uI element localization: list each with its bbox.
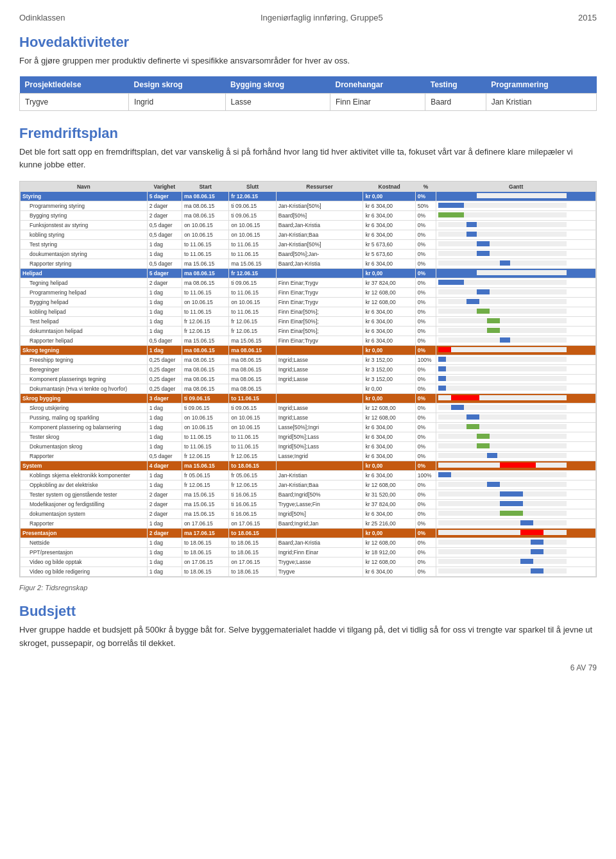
gantt-task-end: on 10.06.15 <box>229 413 276 423</box>
gantt-group-res <box>276 461 363 471</box>
gantt-group-row: Presentasjon 2 dager ma 17.06.15 to 18.0… <box>21 529 596 538</box>
gantt-task-name: Pussing, maling og sparkling <box>21 413 148 423</box>
gantt-group-bar <box>436 529 596 538</box>
gantt-task-end: to 18.06.15 <box>229 538 276 548</box>
gantt-task-res: Finn Einar[50%]; <box>276 327 363 336</box>
gantt-task-row: doukumentasjon styring 1 dag to 11.06.15… <box>21 250 596 259</box>
gantt-task-pct: 100% <box>415 471 436 481</box>
gantt-col-start: Start <box>182 182 228 192</box>
gantt-task-bar <box>436 442 596 452</box>
gantt-task-dur: 0,5 dager <box>147 336 182 346</box>
gantt-task-dur: 1 dag <box>147 442 182 452</box>
gantt-col-res: Ressurser <box>276 182 363 192</box>
gantt-task-cost: kr 18 912,00 <box>363 548 415 557</box>
gantt-task-pct: 0% <box>415 509 436 519</box>
gantt-task-name: Beregninger <box>21 365 148 375</box>
gantt-task-cost: kr 6 304,00 <box>363 317 415 327</box>
gantt-task-cost: kr 6 304,00 <box>363 509 415 519</box>
gantt-task-end: to 11.06.15 <box>229 240 276 250</box>
gantt-task-dur: 1 dag <box>147 307 182 317</box>
gantt-task-bar <box>436 500 596 509</box>
gantt-task-start: to 18.06.15 <box>182 548 228 557</box>
gantt-task-pct: 0% <box>415 375 436 384</box>
gantt-task-start: to 11.06.15 <box>182 432 228 442</box>
gantt-task-row: Tester system og gjenstående tester 2 da… <box>21 490 596 500</box>
gantt-task-cost: kr 5 673,60 <box>363 240 415 250</box>
role-person-0: Trygve <box>20 93 129 110</box>
gantt-group-dur: 3 dager <box>147 394 182 404</box>
gantt-task-res: Lasse;Ingrid <box>276 452 363 461</box>
gantt-task-start: ti 09.06.15 <box>182 404 228 413</box>
role-person-1: Ingrid <box>129 93 225 110</box>
gantt-task-cost: kr 6 304,00 <box>363 201 415 211</box>
gantt-task-start: ma 08.06.15 <box>182 355 228 365</box>
gantt-task-res: Jan-Kristian[50%] <box>276 201 363 211</box>
gantt-task-end: on 10.06.15 <box>229 298 276 307</box>
gantt-group-cost: kr 0,00 <box>363 461 415 471</box>
gantt-task-start: ma 08.06.15 <box>182 211 228 221</box>
gantt-task-name: Tester skrog <box>21 432 148 442</box>
gantt-task-cost: kr 31 520,00 <box>363 490 415 500</box>
gantt-task-name: Test styring <box>21 240 148 250</box>
gantt-task-pct: 0% <box>415 221 436 230</box>
gantt-task-bar <box>436 519 596 529</box>
gantt-task-cost: kr 6 304,00 <box>363 471 415 481</box>
gantt-task-name: kobling styring <box>21 230 148 240</box>
gantt-task-row: Komponent plasserings tegning 0,25 dager… <box>21 375 596 384</box>
gantt-task-start: fr 12.06.15 <box>182 317 228 327</box>
gantt-task-bar <box>436 298 596 307</box>
gantt-group-row: Skrog tegning 1 dag ma 08.06.15 ma 08.06… <box>21 346 596 355</box>
gantt-task-bar <box>436 278 596 288</box>
gantt-task-end: fr 12.06.15 <box>229 481 276 490</box>
gantt-task-end: to 18.06.15 <box>229 548 276 557</box>
gantt-group-cost: kr 0,00 <box>363 529 415 538</box>
gantt-task-res: Baard;Ingrid[50% <box>276 490 363 500</box>
gantt-task-row: Video og bilde redigering 1 dag to 18.06… <box>21 567 596 577</box>
gantt-group-name: System <box>21 461 148 471</box>
fremdrift-title: Fremdriftsplan <box>19 125 597 142</box>
gantt-task-bar <box>436 548 596 557</box>
gantt-task-start: on 10.06.15 <box>182 298 228 307</box>
gantt-task-end: fr 05.06.15 <box>229 471 276 481</box>
gantt-task-start: ma 08.06.15 <box>182 375 228 384</box>
gantt-task-pct: 0% <box>415 452 436 461</box>
gantt-task-start: to 11.06.15 <box>182 288 228 298</box>
gantt-task-res: Ingrid;Lasse <box>276 355 363 365</box>
gantt-task-row: Bygging helipad 1 dag on 10.06.15 on 10.… <box>21 298 596 307</box>
role-header-4: Testing <box>425 76 486 94</box>
gantt-task-bar <box>436 355 596 365</box>
gantt-task-res: Finn Einar;Trygv <box>276 298 363 307</box>
gantt-group-dur: 4 dager <box>147 461 182 471</box>
fremdrift-section: Fremdriftsplan Det ble fort satt opp en … <box>19 125 597 173</box>
header-left: Odinklassen <box>19 13 65 22</box>
gantt-group-end: fr 12.06.15 <box>229 192 276 201</box>
gantt-task-pct: 0% <box>415 567 436 577</box>
gantt-group-name: Skrog tegning <box>21 346 148 355</box>
gantt-task-dur: 0,5 dager <box>147 452 182 461</box>
gantt-task-res: Finn Einar[50%]; <box>276 317 363 327</box>
gantt-task-pct: 0% <box>415 250 436 259</box>
gantt-col-name: Navn <box>21 182 148 192</box>
gantt-task-end: ti 16.06.15 <box>229 490 276 500</box>
gantt-task-end: to 11.06.15 <box>229 250 276 259</box>
gantt-task-row: Rapporter 0,5 dager fr 12.06.15 fr 12.06… <box>21 452 596 461</box>
gantt-task-cost: kr 12 608,00 <box>363 298 415 307</box>
gantt-task-dur: 1 dag <box>147 519 182 529</box>
gantt-task-end: ma 08.06.15 <box>229 365 276 375</box>
gantt-task-dur: 0,5 dager <box>147 221 182 230</box>
gantt-task-pct: 0% <box>415 384 436 394</box>
gantt-task-end: ti 16.06.15 <box>229 509 276 519</box>
gantt-task-end: on 17.06.15 <box>229 557 276 567</box>
gantt-task-row: Funksjonstest av styring 0,5 dager on 10… <box>21 221 596 230</box>
gantt-task-row: PPT/presentasjon 1 dag to 18.06.15 to 18… <box>21 548 596 557</box>
gantt-task-dur: 1 dag <box>147 548 182 557</box>
gantt-task-dur: 1 dag <box>147 423 182 432</box>
gantt-task-start: fr 12.06.15 <box>182 327 228 336</box>
gantt-task-start: ma 15.06.15 <box>182 509 228 519</box>
gantt-task-name: Modefikasjoner og ferdigstilling <box>21 500 148 509</box>
gantt-task-cost: kr 6 304,00 <box>363 432 415 442</box>
gantt-task-res: Baard[50%];Jan- <box>276 250 363 259</box>
gantt-task-cost: kr 12 608,00 <box>363 481 415 490</box>
gantt-task-cost: kr 6 304,00 <box>363 442 415 452</box>
gantt-group-end: ma 08.06.15 <box>229 346 276 355</box>
